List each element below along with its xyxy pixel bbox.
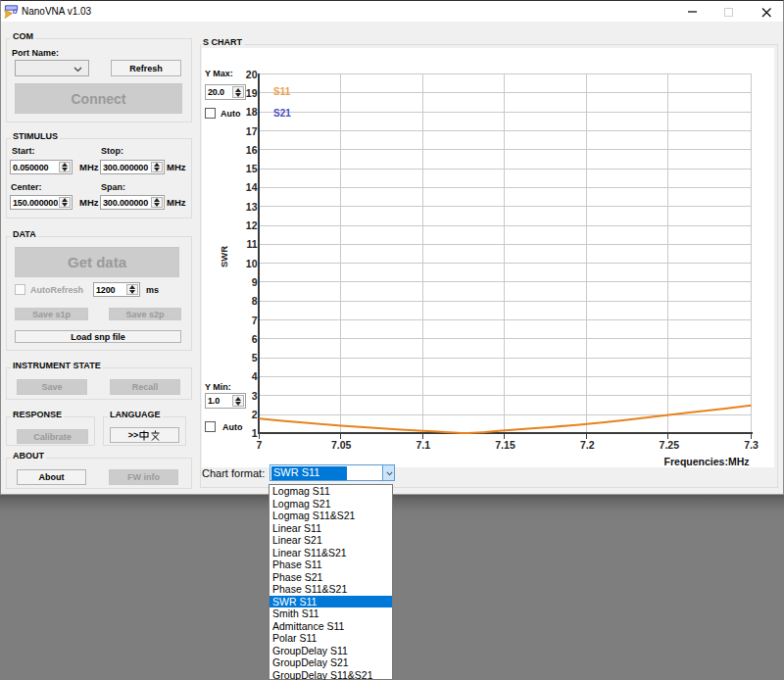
svg-text:5: 5 <box>252 352 258 364</box>
svg-text:17: 17 <box>246 125 258 137</box>
svg-text:S11: S11 <box>273 86 291 97</box>
svg-text:19: 19 <box>246 87 258 99</box>
svg-text:Frequencies:MHz: Frequencies:MHz <box>664 456 750 467</box>
svg-text:7: 7 <box>257 439 263 451</box>
svg-text:12: 12 <box>246 219 258 231</box>
svg-text:7.1: 7.1 <box>416 439 430 451</box>
svg-text:S21: S21 <box>273 108 291 119</box>
svg-text:7.25: 7.25 <box>660 439 680 451</box>
svg-text:7.2: 7.2 <box>580 439 595 451</box>
svg-text:16: 16 <box>246 144 258 156</box>
svg-text:13: 13 <box>246 201 258 213</box>
svg-text:10: 10 <box>246 258 258 269</box>
svg-text:7: 7 <box>252 315 258 326</box>
svg-text:8: 8 <box>252 295 258 307</box>
svg-text:1: 1 <box>252 427 258 439</box>
svg-text:6: 6 <box>252 333 258 345</box>
svg-text:7.15: 7.15 <box>495 439 515 451</box>
svg-text:11: 11 <box>246 238 257 250</box>
svg-text:4: 4 <box>252 370 258 382</box>
svg-text:2: 2 <box>252 409 258 420</box>
svg-text:14: 14 <box>246 181 258 193</box>
svg-text:18: 18 <box>246 106 258 118</box>
svg-text:7.05: 7.05 <box>331 439 352 451</box>
svg-text:SWR: SWR <box>219 246 229 267</box>
svg-text:9: 9 <box>252 276 258 288</box>
svg-text:20: 20 <box>246 69 258 80</box>
svg-text:3: 3 <box>252 390 258 402</box>
svg-text:15: 15 <box>246 163 258 174</box>
svg-text:7.3: 7.3 <box>744 439 759 451</box>
